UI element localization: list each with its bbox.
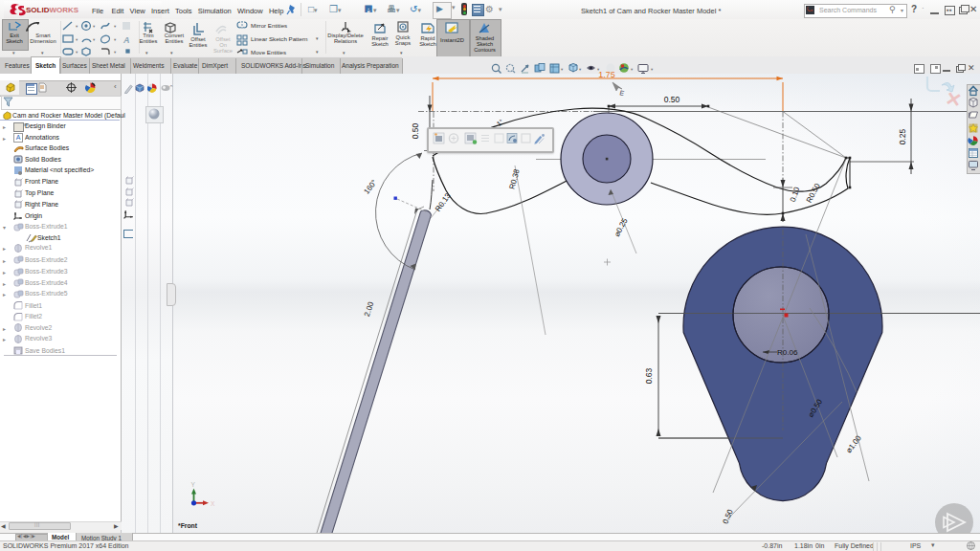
svg-text:0.25: 0.25 — [898, 128, 907, 144]
svg-text:▾: ▾ — [597, 67, 600, 72]
svg-text:0.50: 0.50 — [411, 122, 420, 139]
svg-text:0.10: 0.10 — [789, 186, 802, 203]
svg-text:▾: ▾ — [651, 67, 654, 72]
svg-text:2.00: 2.00 — [363, 300, 376, 318]
svg-text:0.63: 0.63 — [644, 367, 654, 384]
svg-text:R0.06: R0.06 — [777, 348, 798, 357]
svg-text:⌀0.25: ⌀0.25 — [612, 216, 630, 238]
svg-text:160°: 160° — [362, 178, 378, 196]
svg-text:R0.13: R0.13 — [434, 191, 453, 213]
svg-text:*Front: *Front — [178, 522, 198, 529]
svg-text:▾: ▾ — [631, 67, 634, 72]
svg-text:X: X — [211, 500, 215, 507]
svg-text:E: E — [619, 89, 626, 97]
svg-text:0.50: 0.50 — [722, 508, 735, 525]
svg-text:R0.50: R0.50 — [805, 182, 822, 205]
svg-text:▾: ▾ — [561, 67, 564, 72]
svg-text:0.50: 0.50 — [664, 95, 680, 104]
svg-text:▾: ▾ — [579, 67, 582, 72]
svg-text:Y: Y — [191, 481, 196, 488]
svg-text:R0.38: R0.38 — [507, 167, 521, 189]
svg-text:⌀1.00: ⌀1.00 — [844, 433, 863, 454]
